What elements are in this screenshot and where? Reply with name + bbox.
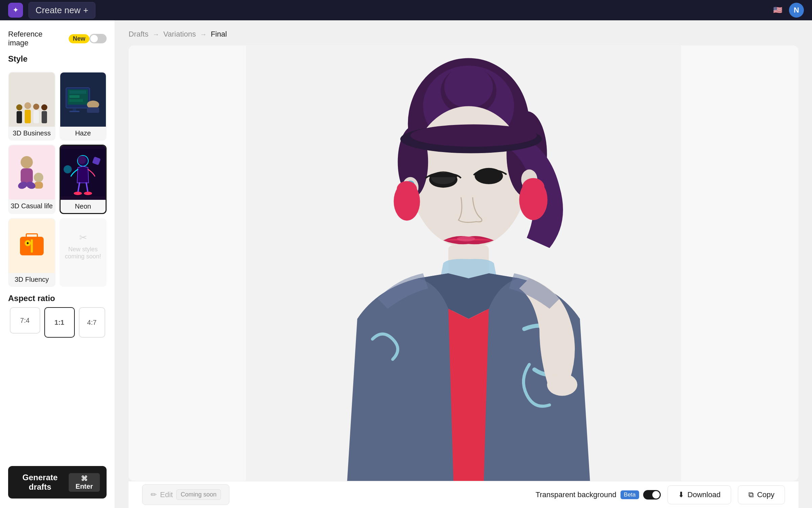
svg-rect-2 [69,90,86,94]
aspect-4-7[interactable]: 4:7 [79,307,105,338]
svg-point-11 [34,173,43,182]
create-new-button[interactable]: Create new + [28,2,95,19]
breadcrumb-arrow-1: → [153,30,159,38]
style-card-3d-fluency-img: ✦ [9,219,55,273]
transparent-bg-toggle[interactable] [643,490,661,500]
svg-rect-4 [69,99,83,102]
aspect-ratio-title: Aspect ratio [8,294,107,303]
casual-svg [10,149,54,196]
svg-rect-10 [21,168,33,184]
style-card-3d-business[interactable]: 3D Business [8,72,55,141]
style-card-3d-business-label: 3D Business [9,127,55,140]
figure-2 [24,102,31,123]
topbar: ✦ Create new + 🇺🇸 N [0,0,812,20]
style-card-neon-img [61,146,106,200]
style-card-coming-soon: ✂ New styles coming soon! [60,218,107,287]
copy-button[interactable]: ⧉ Copy [738,485,785,504]
svg-rect-12 [34,182,43,189]
enter-shortcut: ⌘ Enter [69,473,100,492]
sidebar: Reference image New Style [0,20,115,508]
figure-4 [41,104,47,123]
neon-svg [61,149,105,196]
svg-point-36 [522,178,544,196]
copy-icon: ⧉ [748,490,754,499]
breadcrumb-final[interactable]: Final [211,30,227,39]
style-card-haze-img [60,72,106,127]
download-button[interactable]: ⬇ Download [668,485,731,504]
style-card-3d-business-img [9,72,55,127]
coming-soon-icon: ✂ [79,232,87,243]
reference-image-toggle[interactable] [89,34,107,43]
svg-point-17 [78,156,86,164]
beta-badge: Beta [621,490,639,499]
main-layout: Reference image New Style [0,20,812,508]
aspect-ratio-section: Aspect ratio 7:4 1:1 4:7 [8,294,107,338]
download-label: Download [687,490,721,499]
aspect-ratio-grid: 7:4 1:1 4:7 [8,307,107,338]
aspect-7-4-label: 7:4 [20,317,30,324]
bottom-toolbar: ✏ Edit Coming soon Transparent backgroun… [129,481,798,508]
fashion-illustration-svg [129,45,798,481]
coming-soon-badge: Coming soon [176,489,221,500]
aspect-7-4[interactable]: 7:4 [10,307,40,334]
style-card-3d-fluency[interactable]: ✦ 3D Fluency [8,218,55,287]
aspect-4-7-label: 4:7 [87,319,97,326]
content-area: Drafts → Variations → Final [115,20,812,508]
pencil-icon: ✏ [151,490,157,499]
breadcrumb-variations[interactable]: Variations [163,30,196,39]
suitcase-icon: ✦ [20,237,44,255]
style-card-haze-label: Haze [60,127,106,140]
svg-point-31 [410,124,537,147]
svg-point-38 [397,181,417,197]
style-card-3d-casual[interactable]: 3D Casual life [8,145,55,214]
edit-button: ✏ Edit Coming soon [142,484,229,505]
figure-3 [33,104,39,123]
new-badge: New [69,34,89,43]
suitcase-stripe [31,239,33,253]
plus-icon: + [83,5,88,16]
svg-rect-3 [69,95,80,98]
svg-point-42 [457,236,475,241]
transparent-bg-label: Transparent background [536,490,616,499]
edit-label: Edit [160,490,173,499]
svg-point-9 [21,156,33,168]
flag-icon[interactable]: 🇺🇸 [771,4,784,16]
svg-point-19 [84,192,92,195]
aspect-1-1-label: 1:1 [54,319,64,326]
svg-point-26 [444,66,493,108]
figure-1 [16,104,22,123]
breadcrumb-drafts[interactable]: Drafts [129,30,149,39]
svg-point-21 [64,165,72,173]
svg-rect-8 [87,107,99,113]
download-icon: ⬇ [678,490,684,499]
style-section: Style [8,54,107,65]
style-section-title: Style [8,54,107,64]
haze-svg [63,78,103,122]
svg-point-18 [74,192,82,195]
style-card-3d-casual-img [9,145,55,199]
reference-image-section: Reference image New [8,30,107,47]
reference-image-label: Reference image [8,30,63,47]
create-new-label: Create new [36,5,81,16]
style-card-3d-casual-label: 3D Casual life [9,199,55,213]
copy-label: Copy [757,490,774,499]
style-card-neon[interactable]: Neon [60,145,107,214]
style-card-neon-label: Neon [61,200,106,213]
coming-soon-text: New styles coming soon! [60,246,106,260]
style-grid: 3D Business [8,72,107,287]
generate-drafts-button[interactable]: Generate drafts ⌘ Enter [8,466,107,499]
style-card-coming-soon-img: ✂ New styles coming soon! [60,219,106,273]
style-card-3d-fluency-label: 3D Fluency [9,273,55,286]
image-canvas [129,45,798,481]
style-card-haze[interactable]: Haze [60,72,107,141]
svg-rect-6 [69,111,80,112]
transparent-background-section: Transparent background Beta [536,490,661,500]
app-logo: ✦ [8,3,23,18]
suitcase-emblem: ✦ [25,240,31,246]
generate-drafts-label: Generate drafts [15,473,65,492]
svg-point-44 [547,374,578,396]
aspect-1-1[interactable]: 1:1 [44,307,75,338]
breadcrumb-arrow-2: → [200,30,207,38]
breadcrumb: Drafts → Variations → Final [129,30,798,39]
user-avatar[interactable]: N [789,3,804,18]
